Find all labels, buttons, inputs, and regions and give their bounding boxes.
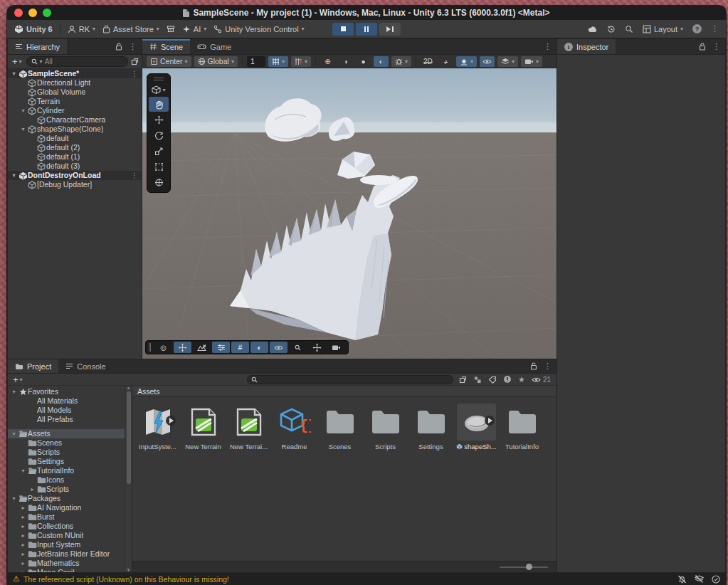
expand-arrow-icon[interactable]: ▾ — [10, 494, 18, 503]
project-tree-item[interactable]: ▸JetBrains Rider Editor — [8, 549, 132, 559]
hierarchy-item[interactable]: Terrain — [8, 97, 142, 106]
expand-arrow-icon[interactable]: ▾ — [10, 387, 18, 396]
search-by-label-icon[interactable] — [488, 376, 497, 384]
layers-dropdown[interactable]: ▾ — [497, 56, 518, 67]
pause-button[interactable] — [356, 23, 377, 36]
pan-overlay-icon[interactable] — [308, 342, 326, 353]
search-popout-icon[interactable] — [459, 376, 467, 384]
hierarchy-item[interactable]: CharacterCamera — [8, 115, 142, 125]
kebab-icon[interactable]: ⋮ — [712, 42, 720, 51]
lighting-toggle-icon[interactable]: ◐ — [374, 56, 389, 67]
hierarchy-item[interactable]: ▾SampleScene*⋮ — [8, 69, 142, 78]
tab-console[interactable]: Console — [58, 359, 112, 373]
expand-arrow-icon[interactable]: ▾ — [10, 171, 18, 180]
rotate-tool[interactable] — [149, 128, 169, 143]
overlay-drag-handle[interactable] — [149, 343, 151, 352]
hierarchy-item[interactable]: default (1) — [8, 152, 142, 162]
history-icon[interactable] — [607, 25, 616, 33]
project-tree-item[interactable]: All Prefabs — [8, 415, 132, 424]
debug-draw-dropdown[interactable]: ▾ — [391, 56, 411, 67]
hidden-count-icon[interactable] — [503, 375, 512, 384]
favorites-star-icon[interactable]: ★ — [518, 375, 525, 384]
expand-arrow-icon[interactable]: ▾ — [19, 466, 27, 475]
project-tree-item[interactable]: All Materials — [8, 396, 132, 406]
snap-increment-field[interactable]: 1 — [247, 56, 265, 67]
project-search-input[interactable] — [247, 375, 453, 384]
hand-tool[interactable] — [149, 97, 169, 112]
effects-dropdown[interactable]: ▾ — [456, 56, 477, 67]
hierarchy-item[interactable]: default — [8, 134, 142, 143]
create-asset-button[interactable]: +▾ — [11, 374, 24, 385]
tab-inspector[interactable]: i Inspector — [557, 39, 616, 54]
kebab-icon[interactable]: ⋮ — [544, 362, 552, 371]
package-manager-button[interactable] — [167, 25, 175, 33]
collapse-arrow-icon[interactable]: ▸ — [19, 559, 27, 568]
project-tree-item[interactable]: ▸Burst — [8, 512, 132, 522]
asset-item-mesh[interactable]: shapeSh... — [457, 404, 496, 450]
project-tree-item[interactable]: ▸Input System — [8, 540, 132, 549]
hierarchy-item[interactable]: ▾Cylinder — [8, 106, 142, 115]
hierarchy-item[interactable]: default (2) — [8, 143, 142, 152]
kebab-icon[interactable]: ⋮ — [131, 171, 142, 180]
expand-subassets-icon[interactable] — [485, 416, 495, 426]
search-by-type-icon[interactable] — [473, 376, 482, 384]
asset-store-dropdown[interactable]: Asset Store ▾ — [102, 25, 159, 33]
move-tool[interactable] — [149, 112, 169, 127]
ai-dropdown[interactable]: AI ▾ — [182, 25, 206, 33]
expand-arrow-icon[interactable]: ▾ — [10, 429, 18, 438]
step-button[interactable] — [379, 23, 401, 36]
project-tree-item[interactable]: ▸AI Navigation — [8, 503, 132, 512]
rect-tool[interactable] — [149, 159, 169, 174]
move-overlay-icon[interactable] — [174, 342, 191, 353]
asset-item-folder[interactable]: Scenes — [320, 404, 359, 450]
pivot-dropdown[interactable]: Center▾ — [147, 56, 191, 67]
shading-mixed-icon[interactable]: ◑ — [338, 56, 353, 67]
lock-icon[interactable] — [115, 43, 122, 51]
expand-arrow-icon[interactable]: ▾ — [19, 125, 27, 134]
visible-count[interactable]: 21 — [532, 376, 551, 384]
collapse-arrow-icon[interactable]: ▸ — [19, 512, 27, 522]
collapse-arrow-icon[interactable]: ▸ — [19, 531, 27, 540]
project-tree-item[interactable]: Scripts — [8, 448, 132, 457]
slider-knob[interactable] — [526, 564, 532, 570]
transform-tool[interactable] — [149, 175, 169, 190]
project-tree-item[interactable]: ▸Custom NUnit — [8, 531, 132, 540]
orientation-gizmo-icon[interactable]: ◎ — [154, 342, 172, 353]
project-tree-item[interactable]: ▸Mono Cecil — [8, 568, 132, 572]
collapse-arrow-icon[interactable]: ▸ — [19, 522, 27, 531]
project-tree-item[interactable]: ▾TutorialInfo — [8, 466, 132, 475]
asset-item-folder[interactable]: Settings — [411, 404, 450, 450]
scene-visibility-icon[interactable] — [270, 342, 287, 353]
orientation-dropdown[interactable]: Global▾ — [194, 56, 238, 67]
asset-item-inputactions[interactable]: InputSyste... — [138, 404, 177, 450]
search-icon[interactable] — [625, 25, 633, 33]
grid-snap-toggle[interactable]: ▾ — [268, 56, 288, 67]
hierarchy-item[interactable]: [Debug Updater] — [8, 180, 142, 189]
project-tree-item[interactable]: ▾Favorites — [8, 387, 132, 396]
cloud-icon[interactable] — [588, 26, 598, 33]
help-icon[interactable]: ? — [692, 24, 702, 33]
audio-toggle-icon[interactable]: ♪ — [438, 56, 453, 67]
tab-hierarchy[interactable]: Hierarchy — [8, 39, 67, 54]
project-tree-item[interactable]: All Models — [8, 406, 132, 415]
visibility-eye-icon[interactable] — [480, 56, 495, 67]
asset-item-folder[interactable]: TutorialInfo — [502, 404, 542, 450]
popout-icon[interactable] — [131, 58, 139, 65]
status-bar[interactable]: ⚠ The referenced script (Unknown) on thi… — [7, 573, 726, 585]
overlay-drag-handle[interactable] — [154, 78, 164, 80]
kebab-icon[interactable]: ⋮ — [711, 24, 719, 33]
camera-dropdown[interactable]: ▾ — [521, 56, 542, 67]
minimize-button[interactable] — [28, 9, 37, 17]
scrollbar[interactable]: ▲ ▼ — [125, 386, 132, 572]
project-tree-item[interactable]: ▾Packages — [8, 494, 132, 503]
lock-icon[interactable] — [530, 362, 537, 370]
asset-item-readme[interactable]: {}Readme — [275, 404, 314, 450]
account-dropdown[interactable]: RK ▾ — [68, 25, 95, 33]
hierarchy-item[interactable]: ▾DontDestroyOnLoad⋮ — [8, 171, 142, 180]
tool-context-dropdown[interactable]: ▾ — [152, 83, 165, 96]
create-object-button[interactable]: +▾ — [11, 56, 23, 67]
layout-dropdown[interactable]: Layout ▾ — [643, 25, 683, 33]
project-tree-item[interactable]: ▸Scripts — [8, 485, 132, 494]
search-overlay-icon[interactable] — [289, 342, 307, 353]
project-tree-item[interactable]: ▾Assets — [8, 429, 132, 438]
